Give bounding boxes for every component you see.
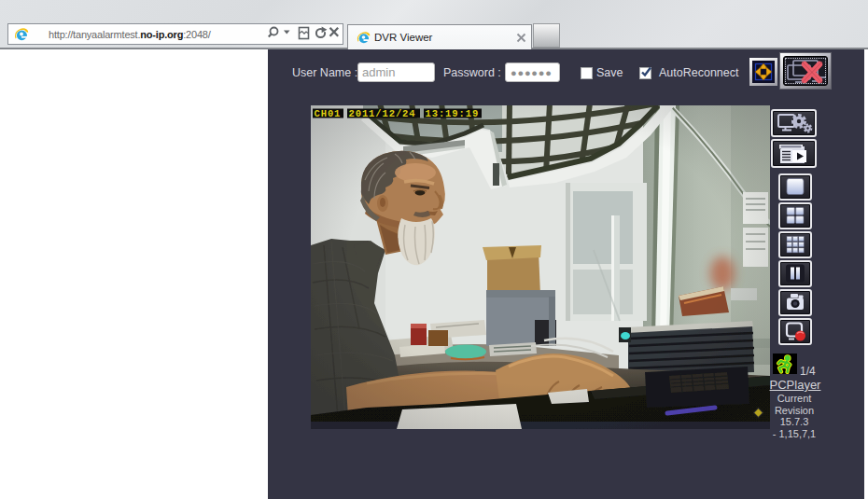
svg-text:CH01: CH01 bbox=[315, 108, 342, 119]
svg-text:2011/12/24: 2011/12/24 bbox=[349, 108, 416, 119]
svg-text:13:19:19: 13:19:19 bbox=[426, 108, 480, 119]
